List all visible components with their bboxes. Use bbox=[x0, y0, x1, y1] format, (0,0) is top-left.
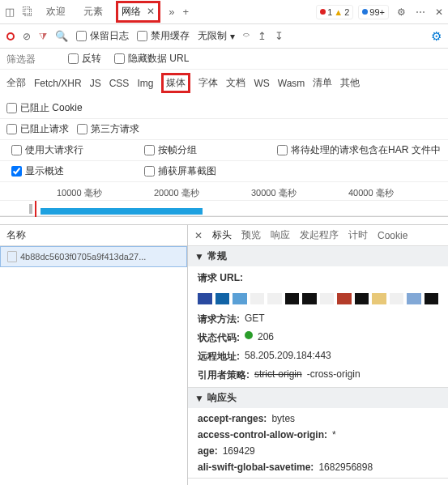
timeline-bar bbox=[29, 204, 32, 214]
remote-address: 远程地址:58.205.209.184:443 bbox=[198, 350, 438, 364]
show-overview-checkbox[interactable]: 显示概述 bbox=[11, 164, 125, 178]
tab-network[interactable]: 网络 ✕ bbox=[116, 1, 160, 23]
timeline-marker bbox=[35, 201, 36, 217]
close-detail-icon[interactable]: ✕ bbox=[194, 230, 203, 241]
tab-elements[interactable]: 元素 bbox=[79, 2, 108, 22]
more-icon[interactable]: ⋯ bbox=[416, 6, 425, 18]
hdr-ac-allow-origin: access-control-allow-origin:* bbox=[198, 429, 438, 440]
download-icon[interactable]: ↧ bbox=[275, 30, 284, 42]
request-url: 请求 URL: bbox=[198, 271, 438, 285]
tab-response[interactable]: 响应 bbox=[271, 228, 290, 242]
timeline-tick: 10000 毫秒 bbox=[57, 187, 102, 199]
request-row[interactable]: 4b88dc5603f0705a9f413da27... bbox=[0, 246, 187, 267]
tab-headers[interactable]: 标头 bbox=[212, 228, 232, 242]
file-icon bbox=[7, 251, 17, 262]
group-frame-checkbox[interactable]: 按帧分组 bbox=[144, 143, 258, 157]
timeline-tick: 40000 毫秒 bbox=[348, 187, 394, 199]
caret-down-icon: ▼ bbox=[194, 251, 204, 262]
type-doc[interactable]: 文档 bbox=[226, 76, 245, 90]
type-wasm[interactable]: Wasm bbox=[278, 78, 305, 89]
tab-network-label: 网络 bbox=[122, 6, 141, 17]
add-tab-icon[interactable]: + bbox=[183, 6, 190, 18]
device-icon[interactable]: ⿻ bbox=[23, 6, 33, 18]
search-icon[interactable]: 🔍 bbox=[55, 30, 68, 42]
inspect-icon[interactable]: ◫ bbox=[5, 6, 15, 18]
type-fetch[interactable]: Fetch/XHR bbox=[34, 78, 82, 89]
caret-down-icon: ▼ bbox=[194, 393, 204, 404]
type-media[interactable]: 媒体 bbox=[161, 73, 190, 93]
referrer-policy: 引用者策略:strict-origin-cross-origin bbox=[198, 368, 438, 382]
clear-icon[interactable]: ⊘ bbox=[23, 31, 31, 42]
blocked-requests-checkbox[interactable]: 已阻止请求 bbox=[6, 122, 69, 136]
type-ws[interactable]: WS bbox=[254, 78, 269, 89]
settings-icon[interactable]: ⚙ bbox=[397, 6, 406, 18]
request-method: 请求方法:GET bbox=[198, 313, 438, 326]
close-window-icon[interactable]: ✕ bbox=[435, 6, 443, 18]
settings-gear-icon[interactable]: ⚙ bbox=[431, 29, 442, 44]
request-types-2: 已阻止请求 第三方请求 bbox=[0, 119, 448, 140]
options-row-1: 使用大请求行 按帧分组 将待处理的请求包含在HAR 文件中 bbox=[0, 140, 448, 161]
general-section: ▼常规 请求 URL: 请求方法:GET 状态代码:206 远程地址:58.20… bbox=[188, 246, 448, 388]
tab-welcome[interactable]: 欢迎 bbox=[41, 2, 70, 22]
hdr-age: age:169429 bbox=[198, 445, 438, 457]
tab-cookie[interactable]: Cookie bbox=[378, 230, 407, 241]
request-list: 名称 4b88dc5603f0705a9f413da27... bbox=[0, 225, 188, 485]
timeline-tick: 20000 毫秒 bbox=[154, 187, 199, 199]
wifi-icon[interactable]: ⌔ bbox=[243, 30, 250, 42]
status-ok-icon bbox=[245, 331, 253, 339]
info-badge[interactable]: 99+ bbox=[358, 5, 389, 19]
warning-icon: ▲ bbox=[334, 7, 343, 17]
top-tabs: ◫ ⿻ 欢迎 元素 网络 ✕ » + 1 ▲2 99+ ⚙ ⋯ ✕ bbox=[0, 0, 448, 24]
filter-row: 反转 隐藏数据 URL bbox=[0, 49, 448, 70]
chevron-down-icon: ▾ bbox=[230, 31, 235, 42]
type-other[interactable]: 其他 bbox=[340, 76, 360, 90]
status-code: 状态代码:206 bbox=[198, 331, 438, 345]
filter-icon[interactable]: ⧩ bbox=[39, 31, 47, 42]
timeline-request-bar bbox=[41, 208, 203, 215]
filter-input[interactable] bbox=[6, 53, 55, 65]
tab-initiator[interactable]: 发起程序 bbox=[300, 228, 339, 242]
invert-checkbox[interactable]: 反转 bbox=[68, 52, 101, 66]
type-all[interactable]: 全部 bbox=[6, 76, 26, 90]
url-redacted-bar bbox=[198, 293, 438, 304]
throttle-select[interactable]: 无限制▾ bbox=[198, 29, 235, 43]
hdr-ali-swift: ali-swift-global-savetime:1682956898 bbox=[198, 462, 438, 473]
error-dot-icon bbox=[320, 9, 326, 15]
include-har-checkbox[interactable]: 将待处理的请求包含在HAR 文件中 bbox=[277, 143, 441, 157]
name-column-header[interactable]: 名称 bbox=[0, 225, 187, 246]
timeline-overview[interactable]: 10000 毫秒 20000 毫秒 30000 毫秒 40000 毫秒 bbox=[0, 182, 448, 217]
response-headers-section: ▼响应头 accept-ranges:bytes access-control-… bbox=[188, 388, 448, 479]
response-headers-header[interactable]: ▼响应头 bbox=[188, 388, 448, 408]
options-row-2: 显示概述 捕获屏幕截图 bbox=[0, 161, 448, 182]
keep-log-checkbox[interactable]: 保留日志 bbox=[76, 29, 129, 43]
type-css[interactable]: CSS bbox=[109, 78, 130, 89]
close-icon[interactable]: ✕ bbox=[147, 6, 155, 17]
request-name: 4b88dc5603f0705a9f413da27... bbox=[20, 252, 146, 262]
hide-data-url-checkbox[interactable]: 隐藏数据 URL bbox=[114, 52, 189, 66]
large-rows-checkbox[interactable]: 使用大请求行 bbox=[11, 143, 125, 157]
capture-screenshot-checkbox[interactable]: 捕获屏幕截图 bbox=[144, 164, 258, 178]
split-view: 名称 4b88dc5603f0705a9f413da27... ✕ 标头 预览 … bbox=[0, 225, 448, 485]
record-icon[interactable] bbox=[6, 32, 15, 40]
type-manifest[interactable]: 清单 bbox=[313, 76, 332, 90]
tab-timing[interactable]: 计时 bbox=[348, 228, 368, 242]
more-tabs-icon[interactable]: » bbox=[169, 6, 174, 18]
detail-tabs: ✕ 标头 预览 响应 发起程序 计时 Cookie bbox=[188, 225, 448, 246]
disable-cache-checkbox[interactable]: 禁用缓存 bbox=[137, 29, 190, 43]
type-js[interactable]: JS bbox=[90, 78, 101, 89]
window-controls: ⚙ ⋯ ✕ bbox=[397, 6, 443, 18]
tab-preview[interactable]: 预览 bbox=[241, 228, 261, 242]
request-detail: ✕ 标头 预览 响应 发起程序 计时 Cookie ▼常规 请求 URL: 请求… bbox=[188, 225, 448, 485]
request-types: 全部 Fetch/XHR JS CSS Img 媒体 字体 文档 WS Wasm… bbox=[0, 70, 448, 119]
type-img[interactable]: Img bbox=[137, 78, 153, 89]
status-badges: 1 ▲2 99+ bbox=[316, 5, 389, 19]
info-dot-icon bbox=[362, 9, 368, 15]
type-font[interactable]: 字体 bbox=[198, 76, 218, 90]
hdr-accept-ranges: accept-ranges:bytes bbox=[198, 413, 438, 424]
upload-icon[interactable]: ↥ bbox=[258, 30, 267, 42]
error-warning-badge[interactable]: 1 ▲2 bbox=[316, 5, 353, 19]
blocked-cookie-checkbox[interactable]: 已阻止 Cookie bbox=[6, 101, 83, 115]
timeline-tick: 30000 毫秒 bbox=[251, 187, 297, 199]
general-header[interactable]: ▼常规 bbox=[188, 246, 448, 266]
third-party-checkbox[interactable]: 第三方请求 bbox=[77, 122, 139, 136]
